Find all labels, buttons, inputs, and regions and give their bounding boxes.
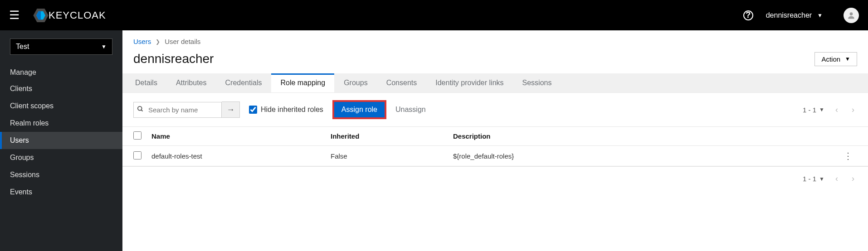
select-all-checkbox[interactable]: [133, 131, 141, 140]
svg-point-3: [850, 12, 853, 15]
tab-consents[interactable]: Consents: [377, 73, 426, 92]
tab-sessions[interactable]: Sessions: [513, 73, 561, 92]
bottom-pager: 1 - 1 ▼ ‹ ›: [122, 167, 868, 191]
pager-prev-icon[interactable]: ‹: [833, 105, 841, 115]
hide-inherited-checkbox[interactable]: Hide inherited roles: [249, 106, 323, 114]
action-dropdown[interactable]: Action ▼: [814, 52, 857, 66]
pager-count[interactable]: 1 - 1 ▼: [803, 106, 824, 114]
tab-identity-provider-links[interactable]: Identity provider links: [426, 73, 512, 92]
table-header-row: Name Inherited Description: [122, 127, 868, 146]
sidebar-item-clients[interactable]: Clients: [0, 80, 122, 97]
breadcrumb: Users ❯ User details: [122, 30, 868, 50]
pager-count-bottom[interactable]: 1 - 1 ▼: [803, 175, 824, 183]
tabs: Details Attributes Credentials Role mapp…: [122, 73, 868, 93]
tab-credentials[interactable]: Credentials: [216, 73, 271, 92]
avatar[interactable]: [844, 8, 859, 23]
caret-down-icon: ▼: [845, 56, 850, 62]
unassign-button[interactable]: Unassign: [395, 106, 426, 114]
hamburger-menu-icon[interactable]: ☰: [9, 8, 20, 22]
tab-role-mapping[interactable]: Role mapping: [271, 73, 334, 92]
sidebar-item-client-scopes[interactable]: Client scopes: [0, 97, 122, 115]
chevron-right-icon: ❯: [156, 39, 160, 45]
cell-name: default-roles-test: [151, 152, 331, 160]
tab-details[interactable]: Details: [126, 73, 166, 92]
assign-role-button[interactable]: Assign role: [332, 100, 386, 119]
cell-inherited: False: [331, 152, 453, 160]
roles-table: Name Inherited Description default-roles…: [122, 126, 868, 167]
username-label: dennisreacher: [766, 11, 812, 19]
caret-down-icon: ▼: [819, 106, 824, 113]
search-input[interactable]: [133, 102, 222, 118]
breadcrumb-current: User details: [165, 38, 200, 45]
caret-down-icon: ▼: [819, 176, 824, 182]
column-header-name: Name: [151, 132, 331, 140]
table-row: default-roles-test False ${role_default-…: [122, 146, 868, 166]
realm-selector[interactable]: Test ▼: [10, 39, 112, 55]
sidebar: Test ▼ Manage Clients Client scopes Real…: [0, 30, 122, 251]
kebab-menu-icon[interactable]: ⋮: [844, 150, 857, 161]
pager-prev-icon[interactable]: ‹: [833, 174, 841, 183]
action-label: Action: [821, 55, 840, 63]
sidebar-item-groups[interactable]: Groups: [0, 149, 122, 166]
tab-attributes[interactable]: Attributes: [167, 73, 216, 92]
help-icon[interactable]: ?: [743, 10, 753, 20]
logo[interactable]: KEYCLOAK: [33, 9, 106, 22]
brand-text: KEYCLOAK: [49, 10, 106, 21]
user-menu[interactable]: dennisreacher ▼: [766, 11, 823, 19]
caret-down-icon: ▼: [101, 43, 107, 50]
column-header-inherited: Inherited: [331, 132, 453, 140]
cell-description: ${role_default-roles}: [453, 152, 844, 160]
app-header: ☰ KEYCLOAK ? dennisreacher ▼: [0, 0, 868, 30]
breadcrumb-users-link[interactable]: Users: [133, 38, 151, 45]
search-submit-button[interactable]: →: [222, 101, 240, 118]
column-header-description: Description: [453, 132, 844, 140]
pager-next-icon[interactable]: ›: [849, 174, 857, 183]
toolbar: → Hide inherited roles Assign role Unass…: [122, 93, 868, 126]
sidebar-item-realm-roles[interactable]: Realm roles: [0, 115, 122, 132]
hide-inherited-label: Hide inherited roles: [261, 106, 323, 114]
tab-groups[interactable]: Groups: [335, 73, 376, 92]
sidebar-item-sessions[interactable]: Sessions: [0, 166, 122, 183]
realm-name: Test: [16, 43, 29, 51]
main-content: Users ❯ User details dennisreacher Actio…: [122, 30, 868, 251]
svg-point-4: [138, 106, 142, 111]
page-title: dennisreacher: [133, 52, 214, 66]
caret-down-icon: ▼: [817, 12, 823, 19]
search-icon: [137, 106, 144, 114]
nav-section-title: Manage: [0, 63, 122, 80]
row-checkbox[interactable]: [133, 151, 141, 159]
search-box: →: [133, 101, 240, 118]
keycloak-logo-icon: [33, 9, 49, 22]
pager-next-icon[interactable]: ›: [849, 105, 857, 115]
svg-line-5: [141, 110, 142, 111]
hide-inherited-checkbox-input[interactable]: [249, 106, 257, 114]
sidebar-item-events[interactable]: Events: [0, 183, 122, 201]
sidebar-item-users[interactable]: Users: [0, 132, 122, 149]
